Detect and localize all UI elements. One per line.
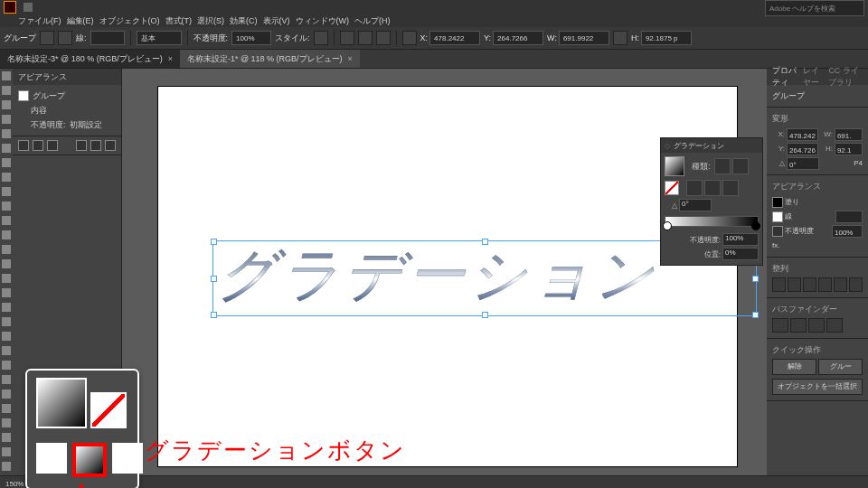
x-input[interactable]: 478.2422 [429,31,480,45]
group-button[interactable]: グルー [818,359,863,375]
home-icon[interactable] [24,3,33,12]
blend-tool[interactable] [0,372,13,387]
align-right-icon[interactable] [803,277,816,292]
appearance-panel-tab[interactable]: アピアランス [13,69,121,85]
fill-swatch[interactable] [40,31,54,45]
appearance-action-icon[interactable] [47,140,58,151]
type-tool[interactable] [0,155,13,170]
cc-lib-tab[interactable]: CC ライブラリ [828,65,863,89]
brush-def-dropdown[interactable]: 基本 [137,31,182,45]
gradient-text-object[interactable]: グラデーション [217,236,658,314]
align-icon[interactable] [358,31,373,45]
appearance-action-icon[interactable] [18,140,29,151]
resize-handle[interactable] [211,312,217,318]
width-tool[interactable] [0,271,13,286]
prop-angle-input[interactable]: 0° [787,157,819,170]
shape-builder-tool[interactable] [0,300,13,314]
resize-handle[interactable] [211,239,217,245]
zoom-tool[interactable] [0,459,13,474]
gradient-stop[interactable] [663,221,672,230]
menu-file[interactable]: ファイル(F) [16,15,63,27]
menu-window[interactable]: ウィンドウ(W) [294,15,352,27]
close-tab-icon[interactable]: × [348,54,353,63]
prop-fill-swatch[interactable] [772,197,783,208]
align-icon[interactable] [340,31,354,45]
eyedropper-tool[interactable] [0,358,13,372]
h-input[interactable]: 92.1875 p [641,31,692,45]
resize-handle[interactable] [211,276,217,282]
canvas-area[interactable]: グラデーション [122,69,767,475]
curvature-tool[interactable] [0,141,13,155]
prop-stroke-weight[interactable] [835,211,863,223]
resize-handle[interactable] [482,239,488,245]
selection-tool[interactable] [0,69,13,83]
pf-unite-icon[interactable] [772,318,788,333]
prop-fx-label[interactable]: fx. [772,239,779,253]
align-icon[interactable] [376,31,391,45]
free-transform-tool[interactable] [0,286,13,300]
grad-stop-location-input[interactable]: 0% [722,248,759,260]
gradient-stop[interactable] [751,221,760,230]
menu-view[interactable]: 表示(V) [261,15,292,27]
align-left-icon[interactable] [772,277,786,292]
pen-tool[interactable] [0,127,13,141]
stroke-grad-type-icon[interactable] [722,180,739,196]
graphic-style-dropdown[interactable] [314,31,328,45]
perspective-tool[interactable] [0,314,13,329]
align-vcenter-icon[interactable] [834,277,847,292]
shaper-tool[interactable] [0,213,13,228]
pf-minus-icon[interactable] [790,318,807,333]
gradient-tool[interactable] [0,343,13,358]
column-graph-tool[interactable] [0,401,13,416]
prop-x-input[interactable]: 478.242 [787,128,818,141]
select-all-objects-button[interactable]: オブジェクトを一括選択 [772,379,863,395]
menu-edit[interactable]: 編集(E) [65,15,96,27]
paintbrush-tool[interactable] [0,199,13,213]
scale-tool[interactable] [0,257,13,271]
resize-handle[interactable] [752,312,759,318]
layers-tab[interactable]: レイヤー [803,65,823,89]
prop-h-input[interactable]: 92.1 [835,143,863,155]
appearance-opacity-value[interactable]: 初期設定 [70,117,102,132]
stroke-weight-input[interactable] [90,31,125,45]
close-tab-icon[interactable]: × [168,54,173,63]
appearance-action-icon[interactable] [33,140,43,151]
grad-stop-opacity-input[interactable]: 100% [722,233,759,246]
gradient-panel-tab[interactable]: グラデーション [674,141,724,151]
gradient-slider[interactable] [665,216,759,227]
pf-intersect-icon[interactable] [808,318,825,333]
prop-y-input[interactable]: 264.726 [787,143,818,155]
prop-stroke-swatch[interactable] [772,211,783,222]
stroke-swatch[interactable] [58,31,72,45]
document-tab[interactable]: 名称未設定-1* @ 118 % (RGB/プレビュー)× [180,50,360,68]
gradient-panel[interactable]: ◇グラデーション 種類: △0° [660,137,763,266]
hand-tool[interactable] [0,445,13,459]
stroke-grad-type-icon[interactable] [686,180,703,196]
align-bottom-icon[interactable] [849,277,863,292]
rotate-tool[interactable] [0,242,13,257]
resize-handle[interactable] [482,312,488,318]
resize-handle[interactable] [752,276,759,282]
eraser-tool[interactable] [0,228,13,242]
artboard[interactable]: グラデーション [158,87,737,466]
prop-opacity-input[interactable]: 100% [832,225,863,238]
ungroup-button[interactable]: 解除 [772,359,816,375]
lasso-tool[interactable] [0,112,13,127]
transform-icon[interactable] [402,31,417,45]
prop-flip-icon[interactable]: P4 [854,156,863,171]
align-top-icon[interactable] [818,277,832,292]
artboard-tool[interactable] [0,416,13,430]
prop-w-input[interactable]: 691. [835,128,863,141]
menu-help[interactable]: ヘルプ(H) [353,15,392,27]
radial-gradient-icon[interactable] [732,158,749,174]
appearance-delete-icon[interactable] [105,140,116,151]
linear-gradient-icon[interactable] [714,158,731,174]
line-tool[interactable] [0,170,13,184]
prop-opacity-icon[interactable] [772,226,783,237]
slice-tool[interactable] [0,430,13,445]
appearance-contents[interactable]: 内容 [31,103,47,117]
align-hcenter-icon[interactable] [788,277,801,292]
opacity-input[interactable]: 100% [231,31,271,45]
appearance-action-icon[interactable] [76,140,87,151]
symbol-sprayer-tool[interactable] [0,387,13,401]
